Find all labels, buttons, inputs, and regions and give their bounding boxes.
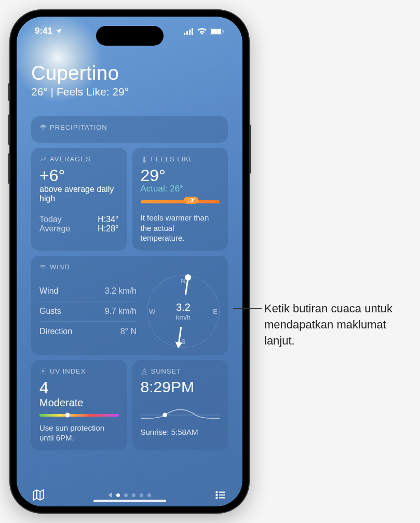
uv-title: UV INDEX — [50, 367, 86, 375]
side-button — [8, 83, 10, 101]
feels-like-label: Feels Like: — [57, 86, 110, 98]
wind-icon — [39, 263, 47, 270]
svg-rect-2 — [189, 30, 191, 35]
sunset-curve — [141, 400, 220, 423]
averages-today-row: Today H:34° — [39, 215, 119, 224]
uv-level: Moderate — [39, 397, 119, 409]
map-icon — [32, 488, 45, 502]
page-dot — [140, 493, 143, 497]
feels-like-marker: ↑3° — [184, 197, 198, 204]
home-indicator[interactable] — [93, 500, 166, 502]
wind-direction-row: Direction 8° N — [39, 322, 137, 341]
sunset-title: SUNSET — [151, 367, 182, 375]
svg-rect-1 — [186, 31, 188, 35]
wind-table: Wind 3.2 km/h Gusts 9.7 km/h Direction 8… — [39, 281, 137, 341]
callout-annotation: Ketik butiran cuaca untuk mendapatkan ma… — [264, 301, 410, 349]
wind-card[interactable]: WIND Wind 3.2 km/h Gusts 9.7 km/h — [31, 256, 228, 355]
svg-rect-6 — [223, 30, 224, 33]
wind-title: WIND — [50, 263, 70, 271]
svg-marker-10 — [33, 490, 44, 500]
svg-rect-18 — [219, 497, 225, 498]
iphone-frame: 9:41 Cupertino 26° | Feels Like: 29° — [10, 10, 249, 513]
list-button[interactable] — [213, 488, 228, 502]
svg-rect-3 — [192, 28, 193, 35]
cellular-icon — [184, 28, 194, 35]
feels-like-big-value: 29° — [141, 167, 220, 184]
battery-icon — [210, 28, 224, 35]
uv-marker — [65, 412, 70, 418]
temp-summary: 26° | Feels Like: 29° — [31, 86, 228, 98]
thermometer-icon — [141, 156, 148, 163]
bottom-toolbar — [17, 481, 242, 506]
sunset-icon — [141, 367, 148, 375]
svg-rect-0 — [184, 33, 185, 35]
compass-arrow — [142, 270, 224, 352]
svg-rect-14 — [219, 492, 225, 493]
wifi-icon — [197, 28, 207, 35]
averages-card[interactable]: AVERAGES +6° above average daily high To… — [31, 148, 127, 251]
averages-sub: above average daily high — [39, 185, 119, 203]
uv-index-card[interactable]: UV INDEX 4 Moderate Use sun protection u… — [31, 360, 127, 450]
sunset-card[interactable]: SUNSET 8:29PM Sunrise: 5:58AM — [132, 360, 228, 450]
averages-delta: +6° — [39, 167, 119, 184]
chart-icon — [39, 156, 47, 163]
precipitation-card[interactable]: PRECIPITATION — [31, 116, 228, 143]
annotation-text: Ketik butiran cuaca untuk mendapatkan ma… — [264, 302, 392, 347]
averages-average-row: Average H:28° — [39, 224, 119, 233]
map-button[interactable] — [31, 488, 46, 502]
sun-icon — [39, 367, 47, 375]
location-arrow-icon — [55, 27, 62, 35]
uv-value: 4 — [39, 379, 119, 396]
weather-content: Cupertino 26° | Feels Like: 29° PRECIPIT… — [17, 36, 242, 450]
feels-like-value: 29° — [112, 86, 129, 98]
svg-point-13 — [215, 491, 218, 493]
location-name[interactable]: Cupertino — [31, 62, 228, 85]
uv-desc: Use sun protection until 6PM. — [39, 423, 119, 443]
status-time: 9:41 — [35, 26, 52, 36]
feels-like-bar: ↑3° — [141, 200, 220, 203]
location-page-dot — [108, 492, 112, 498]
svg-point-7 — [42, 370, 45, 373]
feels-like-card[interactable]: FEELS LIKE 29° Actual: 26° ↑3° It feels … — [132, 148, 228, 251]
wind-speed-row: Wind 3.2 km/h — [39, 281, 137, 301]
dynamic-island — [96, 26, 164, 46]
page-indicator[interactable] — [108, 492, 151, 498]
svg-rect-5 — [211, 29, 221, 34]
uv-bar — [39, 414, 119, 417]
page-dot — [124, 493, 128, 497]
feels-like-title: FEELS LIKE — [151, 155, 194, 163]
volume-up-button — [8, 114, 10, 145]
wind-gusts-row: Gusts 9.7 km/h — [39, 301, 137, 322]
svg-point-17 — [215, 497, 218, 499]
umbrella-icon — [39, 124, 47, 131]
svg-point-9 — [162, 412, 167, 417]
precipitation-title: PRECIPITATION — [50, 123, 107, 131]
svg-rect-16 — [219, 494, 225, 496]
phone-screen: 9:41 Cupertino 26° | Feels Like: 29° — [17, 17, 242, 506]
averages-title: AVERAGES — [50, 155, 91, 163]
svg-point-15 — [215, 494, 218, 496]
sunset-time: 8:29PM — [141, 379, 220, 395]
list-icon — [214, 488, 227, 502]
power-button — [249, 125, 251, 174]
volume-down-button — [8, 153, 10, 184]
sunrise-text: Sunrise: 5:58AM — [141, 428, 220, 436]
page-dot — [132, 493, 136, 497]
page-dot — [147, 493, 151, 497]
page-dot — [116, 493, 120, 497]
feels-like-desc: It feels warmer than the actual temperat… — [141, 213, 220, 243]
current-temp: 26° — [31, 86, 48, 98]
wind-compass: N S E W 3.2 k — [147, 275, 220, 348]
feels-like-actual: Actual: 26° — [141, 184, 220, 194]
